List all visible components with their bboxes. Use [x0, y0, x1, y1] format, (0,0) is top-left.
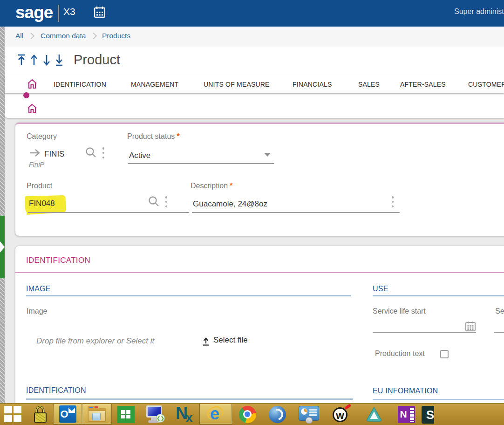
windows-store-icon: [117, 406, 135, 423]
eu-information-title: EU INFORMATION: [373, 387, 438, 395]
image-field-label: Image: [27, 307, 47, 315]
taskbar-item-watchguard[interactable]: W: [326, 404, 357, 425]
service-life-end-input[interactable]: [494, 332, 504, 333]
identification-sub-title: IDENTIFICATION: [26, 386, 86, 395]
use-block-rule: [373, 295, 504, 296]
product-underline: [28, 212, 189, 213]
first-record-button[interactable]: [16, 54, 27, 67]
tab-sales[interactable]: SALES: [358, 75, 380, 93]
taskbar-item-padlock[interactable]: [27, 404, 53, 425]
service-life-start-label: Service life start: [373, 307, 426, 315]
sage-logo: sage: [15, 3, 53, 22]
outlook-icon: O: [59, 405, 76, 423]
product-header-card: Category FINIS FiniP Product status* Act…: [15, 123, 504, 236]
section-anchor-panel: [5, 94, 504, 118]
select-file-button[interactable]: Select file: [213, 336, 248, 345]
breadcrumb-products[interactable]: Products: [102, 32, 130, 40]
product-status-underline: [128, 163, 274, 164]
production-text-checkbox[interactable]: [440, 350, 449, 358]
taskbar-item-chrome[interactable]: [232, 404, 263, 425]
product-status-label: Product status*: [127, 132, 180, 141]
s-app-icon: S: [422, 405, 434, 424]
jump-to-icon[interactable]: [29, 148, 41, 158]
image-drop-hint[interactable]: Drop file from explorer or Select it: [36, 336, 154, 346]
calendar-icon[interactable]: [94, 6, 105, 18]
current-user[interactable]: Super administrator: [454, 7, 504, 16]
required-mark: *: [230, 181, 233, 190]
identification-section-title[interactable]: IDENTIFICATION: [26, 256, 90, 265]
taskbar-item-file-explorer[interactable]: [82, 404, 112, 425]
left-dock-strip: [0, 27, 5, 403]
taskbar-item-triangle-app[interactable]: [357, 404, 391, 425]
taskbar-item-system-monitor[interactable]: [292, 404, 326, 425]
date-picker-icon[interactable]: [465, 321, 476, 332]
file-explorer-icon: [88, 407, 106, 422]
identification-sub-rule: [26, 398, 353, 400]
description-input[interactable]: Guacamole, 24@8oz: [193, 199, 267, 209]
category-value[interactable]: FINIS: [44, 150, 64, 159]
system-monitor-icon: [299, 406, 319, 423]
category-search-icon[interactable]: [85, 146, 97, 158]
description-underline: [192, 212, 400, 213]
section-tab-bar: IDENTIFICATION MANAGEMENT UNITS OF MEASU…: [5, 75, 504, 93]
home-tab-icon[interactable]: [27, 78, 38, 89]
use-block-title: USE: [373, 285, 388, 293]
description-menu-icon[interactable]: [391, 196, 394, 207]
identification-section-rule: [15, 272, 504, 273]
taskbar-item-remote-desktop[interactable]: ❮❯: [140, 404, 170, 425]
service-life-start-input[interactable]: [373, 332, 476, 333]
watchguard-icon: W: [332, 405, 351, 424]
onenote-icon: N: [398, 406, 415, 423]
taskbar-item-internet-explorer[interactable]: e: [199, 404, 232, 425]
taskbar-item-onenote[interactable]: N: [391, 404, 421, 425]
next-record-button[interactable]: [41, 54, 52, 67]
category-label: Category: [27, 132, 57, 141]
taskbar-item-jabber[interactable]: [263, 404, 292, 425]
record-header: Product: [5, 47, 504, 75]
previous-record-button[interactable]: [29, 54, 39, 67]
tab-units-of-measure[interactable]: UNITS OF MEASURE: [204, 75, 270, 93]
tab-management[interactable]: MANAGEMENT: [131, 75, 178, 93]
jabber-icon: [269, 406, 286, 423]
chevron-right-icon: [29, 33, 34, 40]
remote-desktop-icon: ❮❯: [145, 405, 165, 423]
sage-x3-window: sage X3 Super administrator All Common d…: [0, 0, 504, 425]
identification-section-card: IDENTIFICATION IMAGE Image Drop file fro…: [15, 246, 504, 425]
product-code-input[interactable]: FIN048: [29, 199, 55, 208]
description-label: Description*: [191, 181, 233, 191]
last-record-button[interactable]: [54, 54, 64, 67]
expand-arrow-icon: [0, 241, 5, 253]
breadcrumb-all[interactable]: All: [15, 32, 23, 40]
product-menu-icon[interactable]: [165, 196, 168, 207]
app-name: X3: [63, 6, 75, 17]
chevron-right-icon: [91, 33, 96, 40]
required-mark: *: [177, 132, 180, 141]
tab-identification[interactable]: IDENTIFICATION: [54, 75, 106, 93]
logo-divider: [58, 5, 59, 22]
taskbar-item-s-app[interactable]: S: [421, 404, 434, 425]
tab-financials[interactable]: FINANCIALS: [293, 75, 332, 93]
breadcrumb: All Common data Products: [5, 27, 504, 47]
padlock-icon: [32, 405, 48, 424]
image-block-rule: [26, 295, 351, 296]
tab-customers[interactable]: CUSTOMERS: [468, 75, 504, 93]
windows-taskbar: O ❮❯ Nx e: [0, 403, 504, 425]
breadcrumb-common-data[interactable]: Common data: [41, 32, 86, 40]
upload-icon[interactable]: [202, 337, 210, 346]
product-search-icon[interactable]: [148, 195, 160, 207]
product-status-dropdown-icon[interactable]: [264, 153, 271, 157]
taskbar-item-outlook[interactable]: O: [53, 404, 82, 425]
product-status-value[interactable]: Active: [129, 151, 150, 160]
taskbar-item-windows-store[interactable]: [112, 404, 140, 425]
taskbar-item-nx-client[interactable]: Nx: [170, 404, 199, 425]
category-menu-icon[interactable]: [102, 147, 105, 158]
image-block-title: IMAGE: [26, 285, 51, 293]
start-button[interactable]: [0, 404, 27, 425]
tab-after-sales[interactable]: AFTER-SALES: [400, 75, 446, 93]
service-life-end-label: Service life end: [495, 307, 504, 315]
home-anchor-icon[interactable]: [27, 103, 38, 114]
production-text-label: Production text: [375, 350, 425, 358]
top-app-bar: sage X3 Super administrator: [0, 0, 504, 27]
internet-explorer-icon: e: [206, 405, 225, 424]
triangle-app-icon: [364, 405, 384, 423]
